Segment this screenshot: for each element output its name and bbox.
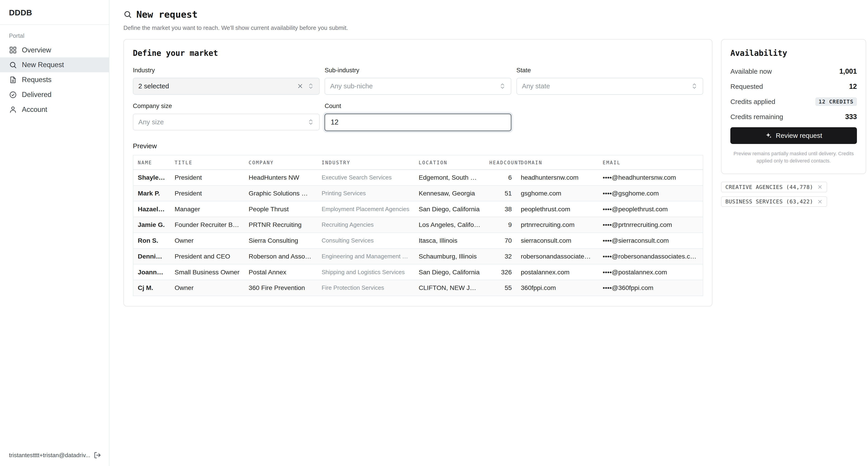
cell-title: Owner [170, 233, 244, 249]
sub-industry-field: Sub-industry Any sub-niche [324, 67, 511, 95]
cell-industry: Consulting Services [317, 233, 414, 249]
cell-domain: prtnrrecruiting.com [516, 217, 598, 233]
chevrons-up-down-icon [691, 83, 698, 90]
cell-name: Mark P. [133, 186, 170, 201]
state-select[interactable]: Any state [517, 78, 703, 94]
cell-headcount: 326 [485, 264, 516, 280]
table-row: Ron S.OwnerSierra ConsultingConsulting S… [133, 233, 703, 249]
app-logo: DDDB [0, 0, 109, 24]
sidebar-section-label: Portal [0, 25, 109, 42]
stat-label: Credits applied [730, 98, 775, 105]
table-row: Cj M.Owner360 Fire PreventionFire Protec… [133, 280, 703, 296]
count-field: Count [324, 102, 511, 131]
cell-company: PRTNR Recruiting [244, 217, 317, 233]
user-email: tristantestttt+tristan@datadriv... [9, 452, 90, 459]
file-icon [9, 76, 17, 84]
review-request-button[interactable]: Review request [730, 127, 857, 144]
state-select-value: Any state [522, 82, 550, 90]
cell-domain: robersonandassociates.com [516, 249, 598, 265]
page-title: New request [136, 9, 197, 20]
sidebar-item-new-request[interactable]: New Request [0, 57, 109, 72]
table-row: Joanna R.Small Business OwnerPostal Anne… [133, 264, 703, 280]
column-header-name: NAME [133, 155, 170, 170]
stat-requested: Requested12 [730, 82, 857, 91]
company-size-select[interactable]: Any size [133, 114, 320, 130]
cell-email: ••••@postalannex.com [598, 264, 703, 280]
cell-headcount: 70 [485, 233, 516, 249]
logout-icon[interactable] [94, 452, 101, 459]
grid-icon [9, 46, 17, 54]
cell-headcount: 55 [485, 280, 516, 296]
state-label: State [517, 67, 703, 74]
stat-value: 12 [849, 83, 857, 91]
page-subtitle: Define the market you want to reach. We'… [123, 24, 866, 31]
column-header-domain: DOMAIN [516, 155, 598, 170]
cell-email: ••••@robersonandassociates.com [598, 249, 703, 265]
cell-title: Manager [170, 201, 244, 217]
chevrons-up-down-icon [499, 83, 506, 90]
sidebar-nav: OverviewNew RequestRequestsDeliveredAcco… [0, 43, 109, 117]
sidebar-item-overview[interactable]: Overview [0, 43, 109, 58]
count-label: Count [324, 102, 511, 110]
industry-label: Industry [133, 67, 320, 74]
stat-label: Credits remaining [730, 113, 783, 121]
sidebar-item-requests[interactable]: Requests [0, 72, 109, 87]
column-header-title: TITLE [170, 155, 244, 170]
sidebar-item-account[interactable]: Account [0, 102, 109, 117]
state-field: State Any state [517, 67, 703, 95]
industry-field: Industry 2 selected [133, 67, 320, 95]
cell-industry: Recruiting Agencies [317, 217, 414, 233]
search-icon [9, 61, 17, 69]
sparkles-icon [765, 132, 772, 139]
cell-headcount: 32 [485, 249, 516, 265]
form-title: Define your market [133, 49, 703, 58]
filter-chip-label: CREATIVE AGENCIES (44,778) [725, 184, 813, 190]
remove-filter-icon[interactable] [817, 184, 823, 190]
sidebar-item-delivered[interactable]: Delivered [0, 87, 109, 102]
cell-industry: Engineering and Management Consulting [317, 249, 414, 265]
table-row: Jamie G.Founder Recruiter Biz DevPRTNR R… [133, 217, 703, 233]
availability-stats: Available now1,001Requested12Credits app… [730, 67, 857, 122]
cell-email: ••••@peoplethrust.com [598, 201, 703, 217]
cell-domain: peoplethrust.com [516, 201, 598, 217]
cell-location: CLIFTON, NEW JERSEY [414, 280, 485, 296]
sub-industry-label: Sub-industry [324, 67, 511, 74]
cell-email: ••••@sierraconsult.com [598, 233, 703, 249]
sidebar: DDDB Portal OverviewNew RequestRequestsD… [0, 0, 110, 466]
industry-select[interactable]: 2 selected [133, 78, 320, 94]
cell-name: Hazael A. [133, 201, 170, 217]
cell-title: Founder Recruiter Biz Dev [170, 217, 244, 233]
cell-title: President [170, 186, 244, 201]
preview-table-body: Shaylene K.PresidentHeadHunters NWExecut… [133, 170, 703, 296]
industry-select-icons [297, 83, 314, 90]
right-column: Availability Available now1,001Requested… [721, 39, 866, 207]
cell-name: Ron S. [133, 233, 170, 249]
cell-name: Joanna R. [133, 264, 170, 280]
count-input[interactable] [324, 114, 511, 131]
stat-credits-remaining: Credits remaining333 [730, 112, 857, 122]
cell-title: Owner [170, 280, 244, 296]
cell-industry: Shipping and Logistics Services [317, 264, 414, 280]
column-header-industry: INDUSTRY [317, 155, 414, 170]
define-market-card: Define your market Industry 2 selected [123, 39, 712, 306]
cell-industry: Executive Search Services [317, 170, 414, 186]
stat-label: Requested [730, 83, 763, 90]
preview-table-head: NAMETITLECOMPANYINDUSTRYLOCATIONHEADCOUN… [133, 155, 703, 170]
sidebar-item-label: Account [22, 105, 47, 114]
app-root: DDDB Portal OverviewNew RequestRequestsD… [0, 0, 868, 466]
clear-industry-icon[interactable] [297, 83, 304, 90]
sidebar-item-label: Overview [22, 46, 51, 54]
table-row: Mark P.PresidentGraphic Solutions GroupP… [133, 186, 703, 201]
sub-industry-select[interactable]: Any sub-niche [324, 78, 511, 94]
sub-industry-select-value: Any sub-niche [330, 82, 373, 90]
cell-location: Schaumburg, Illinois [414, 249, 485, 265]
cell-location: San Diego, California [414, 201, 485, 217]
availability-title: Availability [730, 49, 857, 58]
remove-filter-icon[interactable] [817, 199, 823, 205]
preview-header-row: NAMETITLECOMPANYINDUSTRYLOCATIONHEADCOUN… [133, 155, 703, 170]
preview-table: NAMETITLECOMPANYINDUSTRYLOCATIONHEADCOUN… [133, 155, 703, 296]
chevrons-up-down-icon [307, 119, 314, 125]
cell-company: Postal Annex [244, 264, 317, 280]
cell-name: Shaylene K. [133, 170, 170, 186]
filter-chip-label: BUSINESS SERVICES (63,422) [725, 198, 813, 205]
